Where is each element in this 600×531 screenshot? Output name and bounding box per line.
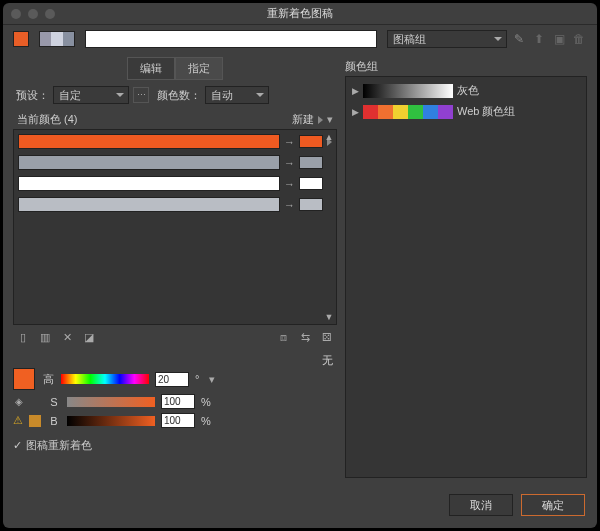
active-swatch[interactable] <box>13 31 29 47</box>
group-label: Web 颜色组 <box>457 104 515 119</box>
cube-icon[interactable]: ◈ <box>13 396 25 408</box>
sat-input[interactable]: 100 <box>161 394 195 409</box>
sat-unit: % <box>201 396 211 408</box>
group-gray[interactable]: ▶ 灰色 <box>352 83 580 98</box>
titlebar: 重新着色图稿 <box>3 3 597 25</box>
scroll-up-icon[interactable]: ▲ <box>324 132 334 142</box>
b-label: B <box>47 415 61 427</box>
s-label: S <box>47 396 61 408</box>
swap-icon[interactable]: ⇆ <box>297 329 313 345</box>
randomize-icon[interactable]: ⚄ <box>319 329 335 345</box>
find-icon[interactable]: ⧈ <box>275 329 291 345</box>
bri-slider[interactable] <box>67 416 155 426</box>
colors-dropdown[interactable]: 自动 <box>205 86 269 104</box>
color-groups-list: ▶ 灰色 ▶ Web 颜色组 <box>345 76 587 478</box>
merge-icon[interactable]: ▯ <box>15 329 31 345</box>
hsb-controls: 高 20 ° ▾ ◈ S 100 % ⚠ B <box>13 368 337 432</box>
list-menu-icon[interactable]: ▾ <box>327 113 333 126</box>
tab-edit[interactable]: 编辑 <box>127 57 175 80</box>
arrow-icon: → <box>284 136 295 148</box>
hue-unit: ° <box>195 373 199 385</box>
colors-label: 颜色数： <box>153 88 201 103</box>
rainbow-icon <box>363 105 453 119</box>
cancel-button[interactable]: 取消 <box>449 494 513 516</box>
none-label: 无 <box>13 353 337 368</box>
warning-icon[interactable]: ⚠ <box>13 414 23 427</box>
group-web[interactable]: ▶ Web 颜色组 <box>352 104 580 119</box>
window-title: 重新着色图稿 <box>3 6 597 21</box>
source-color-bar[interactable] <box>18 197 280 212</box>
folder-icon: ▣ <box>551 31 567 47</box>
bri-unit: % <box>201 415 211 427</box>
save-group-icon: ⬆ <box>531 31 547 47</box>
preset-label: 预设： <box>13 88 49 103</box>
dialog-window: 重新着色图稿 图稿组 ✎ ⬆ ▣ 🗑 编辑 指定 预设： 自定 ⋯ 颜色数： 自… <box>3 3 597 528</box>
new-label: 新建 <box>292 112 314 127</box>
ok-button[interactable]: 确定 <box>521 494 585 516</box>
preset-row: 预设： 自定 ⋯ 颜色数： 自动 <box>13 86 337 104</box>
scroll-down-icon[interactable]: ▼ <box>324 312 334 322</box>
target-color-chip[interactable] <box>299 198 323 211</box>
eyedropper-icon[interactable]: ✎ <box>511 31 527 47</box>
collapse-icon[interactable]: ▶ <box>352 107 359 117</box>
sat-slider[interactable] <box>67 397 155 407</box>
bri-input[interactable]: 100 <box>161 413 195 428</box>
harmony-preview[interactable] <box>39 31 75 47</box>
h-label: 高 <box>41 372 55 387</box>
source-color-bar[interactable] <box>18 134 280 149</box>
sort-icon[interactable] <box>318 116 323 124</box>
check-icon: ✓ <box>13 439 22 452</box>
recolor-checkbox[interactable]: ✓ 图稿重新着色 <box>13 438 337 453</box>
arrow-icon: → <box>284 199 295 211</box>
source-color-bar[interactable] <box>18 176 280 191</box>
group-label: 灰色 <box>457 83 479 98</box>
target-color-chip[interactable] <box>299 177 323 190</box>
footer: 取消 确定 <box>3 486 597 528</box>
target-color-chip[interactable] <box>299 156 323 169</box>
left-panel: 编辑 指定 预设： 自定 ⋯ 颜色数： 自动 当前颜色 (4) 新建 ▾ ▲ <box>13 57 337 478</box>
new-row-icon[interactable]: ◪ <box>81 329 97 345</box>
trash-icon: 🗑 <box>571 31 587 47</box>
warn-swatch[interactable] <box>29 415 41 427</box>
result-swatch[interactable] <box>13 368 35 390</box>
hue-slider[interactable] <box>61 374 149 384</box>
current-colors-label: 当前颜色 (4) <box>17 112 78 127</box>
color-row[interactable]: → <box>18 134 332 149</box>
arrow-icon: → <box>284 157 295 169</box>
color-row[interactable]: → <box>18 197 332 212</box>
split-icon[interactable]: ▥ <box>37 329 53 345</box>
source-color-bar[interactable] <box>18 155 280 170</box>
collapse-icon[interactable]: ▶ <box>352 86 359 96</box>
color-list: ▲ →→→→ ▼ <box>13 129 337 325</box>
color-row[interactable]: → <box>18 176 332 191</box>
tabs: 编辑 指定 <box>13 57 337 80</box>
slider-menu-icon[interactable]: ▾ <box>209 373 215 386</box>
toolbar: 图稿组 ✎ ⬆ ▣ 🗑 <box>3 25 597 53</box>
target-color-chip[interactable] <box>299 135 323 148</box>
arrow-icon: → <box>284 178 295 190</box>
exclude-icon[interactable]: ✕ <box>59 329 75 345</box>
right-panel: 颜色组 ▶ 灰色 ▶ Web 颜色组 <box>345 57 587 478</box>
tab-assign[interactable]: 指定 <box>175 57 223 80</box>
preset-options-icon[interactable]: ⋯ <box>133 87 149 103</box>
preset-dropdown[interactable]: 自定 <box>53 86 129 104</box>
hue-input[interactable]: 20 <box>155 372 189 387</box>
list-header: 当前颜色 (4) 新建 ▾ <box>13 110 337 129</box>
color-groups-title: 颜色组 <box>345 57 587 76</box>
color-name-input[interactable] <box>85 30 377 48</box>
gray-gradient-icon <box>363 84 453 98</box>
preset-select[interactable]: 图稿组 <box>387 30 507 48</box>
list-toolbar: ▯ ▥ ✕ ◪ ⧈ ⇆ ⚄ <box>13 325 337 351</box>
color-row[interactable]: → <box>18 155 332 170</box>
